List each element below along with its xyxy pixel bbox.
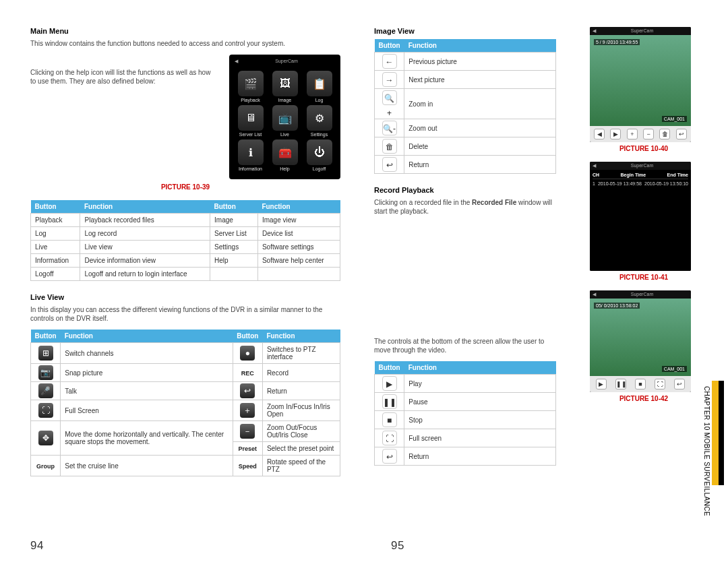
play-icon: ▶ (596, 379, 607, 389)
pause-icon: ❚❚ (615, 379, 626, 389)
picture-10-42-caption: PICTURE 10-42 (590, 395, 698, 402)
toolbar-icon: 🗑 (382, 139, 397, 154)
app-icon: 🖥 (238, 105, 264, 131)
app-label: Settings (303, 132, 335, 137)
record-playback-p1: Clicking on a recorded file in the Recor… (374, 198, 556, 216)
app-icon: ℹ (238, 139, 264, 165)
control-icon: ↩ (240, 383, 255, 398)
control-icon: ⛶ (38, 403, 53, 418)
playback-icon: ⛶ (382, 431, 397, 445)
fullscreen-icon: ⛶ (655, 379, 665, 389)
zoom-in-icon: + (627, 129, 638, 139)
control-icon: ● (240, 346, 255, 361)
main-menu-help-text: Clicking on the help icon will list the … (30, 55, 217, 86)
toolbar-icon: 🔍- (382, 121, 397, 135)
app-icon: 🖼 (272, 71, 298, 96)
toolbar-icon: ↩ (382, 157, 397, 172)
app-label: Server List (235, 132, 266, 137)
control-icon: 🎤 (38, 383, 53, 398)
picture-10-39-caption: PICTURE 10-39 (30, 183, 340, 191)
main-menu-title: Main Menu (30, 27, 340, 35)
image-view-title: Image View (374, 27, 556, 35)
app-label: Image (269, 98, 301, 102)
toolbar-icon: ← (382, 54, 397, 69)
app-icon: 🧰 (272, 139, 298, 165)
live-view-title: Live View (30, 293, 340, 301)
app-icon: 📋 (307, 71, 332, 96)
live-view-table: ButtonFunctionButtonFunction ⊞Switch cha… (30, 330, 340, 476)
record-playback-title: Record Playback (374, 186, 556, 194)
app-label: Help (269, 166, 301, 171)
image-view-table: ButtonFunction ←Previous picture→Next pi… (374, 39, 556, 174)
delete-icon: 🗑 (659, 129, 670, 139)
app-icon: ⏻ (307, 139, 332, 165)
app-icon: 📺 (272, 105, 298, 131)
picture-10-40: ◀SuperCam 5 / 9 /2010 13:49:55 CAM_001 ◀… (590, 27, 691, 142)
picture-10-41: ◀SuperCam CH Begin Time End Time 1 2010-… (590, 162, 691, 271)
playback-icon: ↩ (382, 449, 397, 464)
app-label: Live (269, 132, 301, 137)
image-view-controls: ◀▶+−🗑↩ (590, 126, 691, 142)
control-icon: 📷 (38, 365, 53, 380)
app-label: Logoff (303, 166, 335, 171)
toolbar-icon: 🔍+ (382, 90, 397, 105)
return-icon: ↩ (674, 379, 685, 389)
playback-icon: ▶ (382, 376, 397, 391)
control-icon: ✥ (38, 431, 53, 445)
live-view-intro: In this display you can access the diffe… (30, 305, 340, 323)
app-icon: ⚙ (307, 105, 332, 131)
record-playback-table: ButtonFunction ▶Play❚❚Pause■Stop⛶Full sc… (374, 361, 556, 466)
prev-icon: ◀ (594, 129, 605, 139)
app-title: SuperCam (275, 59, 297, 64)
chapter-tab: CHAPTER 10 MOBILE SURVEILLANCE (712, 381, 724, 485)
app-label: Information (235, 166, 266, 171)
zoom-out-icon: − (643, 129, 654, 139)
stop-icon: ■ (635, 379, 646, 389)
app-label: Log (303, 98, 335, 102)
app-icon: 🎬 (238, 71, 264, 96)
next-icon: ▶ (610, 129, 621, 139)
return-icon: ↩ (676, 129, 687, 139)
picture-10-40-caption: PICTURE 10-40 (590, 145, 698, 152)
control-icon: － (240, 424, 255, 439)
playback-icon: ❚❚ (382, 394, 397, 409)
playback-controls: ▶❚❚■⛶↩ (590, 376, 691, 392)
page-number-right: 95 (391, 539, 404, 553)
control-icon: ＋ (240, 403, 255, 418)
main-menu-table: ButtonFunctionButtonFunction PlaybackPla… (30, 200, 340, 281)
toolbar-icon: → (382, 72, 397, 87)
app-label: Playback (235, 98, 266, 102)
main-menu-screenshot: ◀SuperCam 🎬Playback🖼Image📋Log🖥Server Lis… (229, 55, 340, 179)
picture-10-42: ◀SuperCam 05/ 0/2010 13:58:02 CAM_001 ▶❚… (590, 290, 691, 392)
page-number-left: 94 (30, 539, 44, 553)
control-icon: ⊞ (38, 346, 53, 361)
record-playback-p2: The controls at the bottom of the screen… (374, 337, 556, 354)
main-menu-intro: This window contains the function button… (30, 39, 340, 48)
picture-10-41-caption: PICTURE 10-41 (590, 274, 698, 281)
playback-icon: ■ (382, 412, 397, 427)
